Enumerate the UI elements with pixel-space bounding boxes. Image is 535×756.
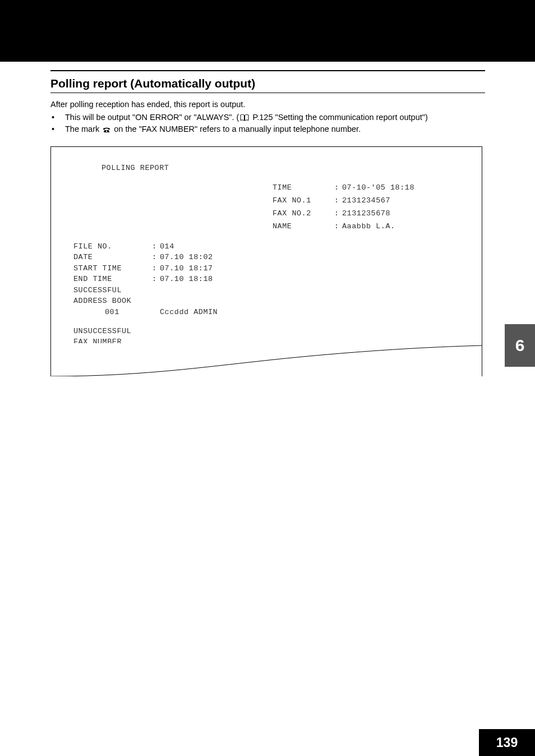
section-title: Polling report (Automatically output) [50,77,485,90]
report-body: POLLING REPORT TIME : 07-10-'05 18:18 FA… [51,147,482,358]
label-time: TIME [273,182,334,195]
separator: : [152,263,160,274]
separator: : [152,241,160,252]
label-end-time: END TIME [73,274,152,285]
row-successful: SUCCESSFUL [73,285,465,296]
bullet-marker: • [52,112,65,123]
separator: : [334,208,342,220]
report-row-fax2: FAX NO.2 : 2131235678 [273,208,414,220]
label-successful: SUCCESSFUL [73,285,152,296]
bullet-item: • This will be output "ON ERROR" or "ALW… [52,112,485,123]
label-fax1: FAX NO.1 [273,195,334,208]
label-start-time: START TIME [73,263,152,274]
label-fax2: FAX NO.2 [273,208,334,220]
main-content: Polling report (Automatically output) Af… [50,70,485,376]
row-date: DATE : 07.10 18:02 [73,252,465,263]
label-address-book: ADDRESS BOOK [73,296,152,307]
label-name: NAME [273,220,334,233]
separator: : [334,220,342,233]
page-number: 139 [479,729,535,756]
rule-thin [50,93,485,93]
report-detail-block: FILE NO. : 014 DATE : 07.10 18:02 START … [68,241,465,359]
report-header-block: TIME : 07-10-'05 18:18 FAX NO.1 : 213123… [273,182,414,233]
row-unsuccessful: UNSUCCESSFUL [73,326,465,337]
report-row-time: TIME : 07-10-'05 18:18 [273,182,414,195]
value-date: 07.10 18:02 [160,252,213,263]
torn-edge-curve [50,343,482,376]
telephone-icon [103,127,110,133]
row-end-time: END TIME : 07.10 18:18 [73,274,465,285]
gap [73,318,465,326]
bullet-list: • This will be output "ON ERROR" or "ALW… [52,112,485,135]
report-title: POLLING REPORT [68,163,465,174]
separator: : [152,274,160,285]
separator: : [334,195,342,208]
rule-thick [50,70,485,71]
bullet1-text-a: This will be output "ON ERROR" or "ALWAY… [65,113,239,122]
bullet1-text-b: P.125 "Setting the communication report … [250,113,427,122]
row-address-book: ADDRESS BOOK [73,296,465,307]
page-root: Polling report (Automatically output) Af… [0,0,535,756]
value-fax2: 2131235678 [342,208,390,220]
label-date: DATE [73,252,152,263]
separator: : [334,182,342,195]
book-icon [240,114,249,121]
top-black-band [0,0,535,62]
row-address-entry: 001 Cccddd ADMIN [73,307,465,318]
report-sample-frame: POLLING REPORT TIME : 07-10-'05 18:18 FA… [50,146,482,376]
value-time: 07-10-'05 18:18 [342,182,414,195]
label-unsuccessful: UNSUCCESSFUL [73,326,152,337]
label-file-no: FILE NO. [73,241,152,252]
bullet2-text-a: The mark [65,125,102,133]
bullet2-text-b: on the "FAX NUMBER" refers to a manually… [112,125,361,133]
bullet-item: • The mark on the "FAX NUMBER" refers to… [52,123,485,135]
value-start-time: 07.10 18:17 [160,263,213,274]
address-name: Cccddd ADMIN [160,307,218,318]
row-file-no: FILE NO. : 014 [73,241,465,252]
report-row-fax1: FAX NO.1 : 2131234567 [273,195,414,208]
bullet-body: This will be output "ON ERROR" or "ALWAY… [65,112,485,123]
row-start-time: START TIME : 07.10 18:17 [73,263,465,274]
value-end-time: 07.10 18:18 [160,274,213,285]
svg-point-0 [106,131,107,132]
bullet-body: The mark on the "FAX NUMBER" refers to a… [65,123,485,135]
value-file-no: 014 [160,241,174,252]
value-fax1: 2131234567 [342,195,390,208]
value-name: Aaabbb L.A. [342,220,395,233]
separator: : [152,252,160,263]
chapter-tab: 6 [505,324,535,367]
intro-text: After polling reception has ended, this … [50,99,485,110]
bullet-marker: • [52,123,65,135]
report-row-name: NAME : Aaabbb L.A. [273,220,414,233]
address-code: 001 [105,307,160,318]
